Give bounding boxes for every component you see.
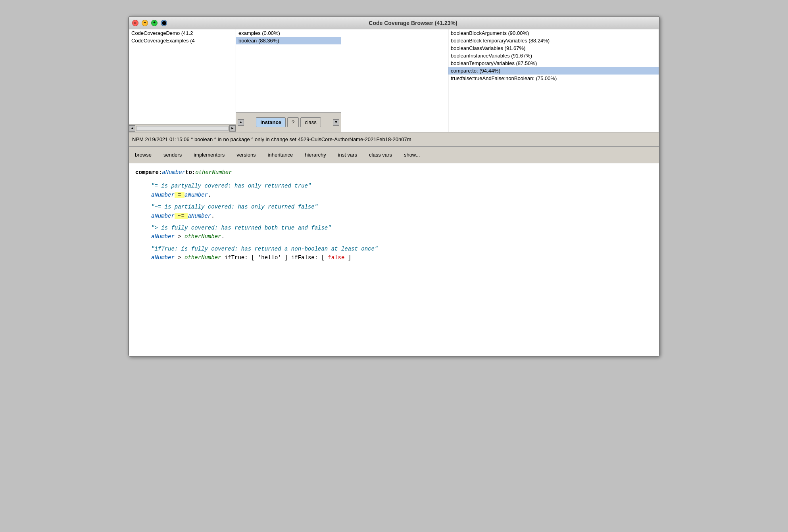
signature-keyword2: to:: [185, 169, 195, 176]
list-item[interactable]: true:false:trueAndFalse:nonBoolean: (75.…: [448, 75, 659, 82]
method-signature: compare:aNumberto:otherNumber: [135, 168, 653, 177]
status-text: NPM 2/19/2021 01:15:06 ° boolean ° in no…: [132, 136, 411, 142]
minimize-button[interactable]: −: [142, 20, 148, 26]
comment-line: "= is partyally covered: has only return…: [151, 182, 653, 190]
question-tab[interactable]: ?: [287, 117, 299, 127]
var-otherNumber2: otherNumber: [185, 255, 221, 261]
code-block-2: "~= is partially covered: has only retur…: [151, 203, 653, 220]
panel1-scrollbar: ◀ ▶: [129, 124, 236, 132]
list-item-selected[interactable]: compare:to: (94.44%): [448, 67, 659, 75]
inheritance-button[interactable]: inheritance: [262, 149, 299, 161]
code-line: aNumber > otherNumber.: [151, 232, 653, 241]
iftrue-kw: ifTrue: [ 'hello' ] ifFalse: [: [221, 255, 328, 261]
list-item[interactable]: booleanBlockTemporaryVariables (88.24%): [448, 37, 659, 44]
zoom-button[interactable]: ⬤: [161, 20, 167, 26]
inst-vars-button[interactable]: inst vars: [332, 149, 363, 161]
code-block-4: "ifTrue: is fully covered: has returned …: [151, 245, 653, 262]
code-editor[interactable]: compare:aNumberto:otherNumber "= is part…: [129, 163, 659, 356]
code-block-3: "> is fully covered: has returned both t…: [151, 224, 653, 241]
scroll-track[interactable]: [136, 126, 229, 131]
implementors-button[interactable]: implementors: [188, 149, 231, 161]
comment-line: "ifTrue: is fully covered: has returned …: [151, 245, 653, 253]
list-item[interactable]: CodeCoverageExamples (4: [129, 37, 236, 44]
var-aNumber6: aNumber: [151, 255, 175, 261]
list-item[interactable]: CodeCoverageDemo (41.2: [129, 29, 236, 37]
closing-bracket: ]: [344, 255, 351, 261]
scroll-down-btn[interactable]: ▼: [333, 119, 339, 126]
var-aNumber2: aNumber: [185, 192, 208, 198]
method-panel[interactable]: booleanBlockArguments (90.00%) booleanBl…: [448, 29, 659, 132]
hierarchy-button[interactable]: hierarchy: [299, 149, 332, 161]
category-panel: [341, 29, 448, 132]
operator-eq: =: [175, 192, 185, 198]
var-aNumber3: aNumber: [151, 213, 175, 219]
instance-tab[interactable]: instance: [256, 117, 286, 127]
close-button[interactable]: ✕: [132, 20, 138, 26]
list-item[interactable]: examples (0.00%): [236, 29, 341, 37]
status-bar: NPM 2/19/2021 01:15:06 ° boolean ° in no…: [129, 132, 659, 147]
signature-param1: aNumber: [162, 169, 185, 176]
signature-keyword1: compare:: [135, 169, 162, 176]
bottom-panel: browse senders implementors versions inh…: [129, 147, 659, 356]
senders-button[interactable]: senders: [158, 149, 188, 161]
var-aNumber4: aNumber: [188, 213, 211, 219]
code-line: aNumber > otherNumber ifTrue: [ 'hello' …: [151, 253, 653, 262]
scroll-left-btn[interactable]: ◀: [129, 125, 135, 132]
package-list[interactable]: CodeCoverageDemo (41.2 CodeCoverageExamp…: [129, 29, 236, 124]
var-aNumber5: aNumber: [151, 233, 175, 240]
main-window: ✕ − + ⬤ Code Coverage Browser (41.23%) C…: [128, 16, 660, 357]
code-line: aNumber ~= aNumber.: [151, 212, 653, 220]
dot: .: [208, 192, 211, 198]
list-item[interactable]: booleanTemporaryVariables (87.50%): [448, 59, 659, 67]
maximize-button[interactable]: +: [151, 20, 158, 26]
toolbar: browse senders implementors versions inh…: [129, 147, 659, 163]
browser-panels: CodeCoverageDemo (41.2 CodeCoverageExamp…: [129, 29, 659, 132]
scroll-right-btn[interactable]: ▶: [229, 125, 236, 132]
list-item[interactable]: booleanBlockArguments (90.00%): [448, 29, 659, 37]
list-item[interactable]: booleanClassVariables (91.67%): [448, 44, 659, 52]
dot2: .: [211, 213, 214, 219]
operator-gt2: >: [175, 255, 185, 261]
class-vars-button[interactable]: class vars: [363, 149, 398, 161]
titlebar: ✕ − + ⬤ Code Coverage Browser (41.23%): [129, 17, 659, 29]
operator-neq: ~=: [175, 213, 188, 219]
browse-button[interactable]: browse: [129, 149, 158, 161]
comment-line: "~= is partially covered: has only retur…: [151, 203, 653, 211]
package-panel: CodeCoverageDemo (41.2 CodeCoverageExamp…: [129, 29, 236, 132]
var-aNumber: aNumber: [151, 192, 175, 198]
window-title: Code Coverage Browser (41.23%): [170, 20, 656, 26]
signature-param2: otherNumber: [195, 169, 232, 176]
list-item-selected[interactable]: boolean (88.36%): [236, 37, 341, 44]
class-tab[interactable]: class: [300, 117, 321, 127]
class-list[interactable]: examples (0.00%) boolean (88.36%): [236, 29, 341, 112]
instance-class-tabs: ▲ instance ? class ▼: [236, 112, 341, 132]
list-item[interactable]: booleanInstanceVariables (91.67%): [448, 52, 659, 59]
dot3: .: [221, 233, 224, 240]
false-keyword: false: [328, 255, 344, 261]
var-otherNumber: otherNumber: [185, 233, 221, 240]
operator-gt: >: [175, 233, 185, 240]
class-panel: examples (0.00%) boolean (88.36%) ▲ inst…: [236, 29, 341, 132]
comment-line: "> is fully covered: has returned both t…: [151, 224, 653, 232]
scroll-up-btn[interactable]: ▲: [238, 119, 244, 126]
show-button[interactable]: show...: [398, 149, 426, 161]
code-line: aNumber = aNumber.: [151, 191, 653, 199]
versions-button[interactable]: versions: [231, 149, 261, 161]
code-block-1: "= is partyally covered: has only return…: [151, 182, 653, 199]
